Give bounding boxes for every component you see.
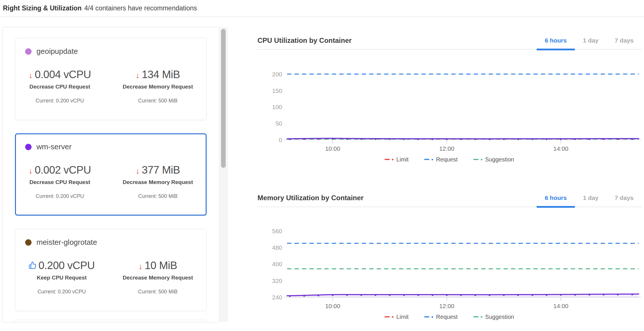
limit-swatch-icon [384,316,393,318]
memory-current-value: Current: 500 MiB [138,98,178,104]
tab-7-days[interactable]: 7 days [607,194,642,208]
data-point-marker [574,138,576,140]
y-axis-label: 480 [272,244,282,251]
data-point-marker [360,294,362,296]
y-axis-label: 100 [272,104,282,110]
y-axis-label: 560 [272,228,282,234]
data-point-marker [332,138,334,139]
tab-1-day[interactable]: 1 day [575,37,607,50]
data-point-marker [503,294,505,296]
legend-item-limit: Limit [384,156,409,163]
data-point-marker [617,138,619,140]
legend-label: Suggestion [485,314,514,320]
data-point-marker [546,294,547,296]
tab-7-days[interactable]: 7 days [607,37,642,50]
memory-recommended-value: 134 MiB [142,69,180,81]
recommendation-metrics: 0.200 vCPUKeep CPU RequestCurrent: 0.200… [25,260,196,295]
tab-1-day[interactable]: 1 day [575,194,607,208]
cpu-chart-title: CPU Utilization by Container [257,36,352,45]
data-point-marker [531,294,533,296]
data-point-marker [289,138,291,140]
data-point-marker [489,294,490,296]
container-list-panel: geoipupdate↓0.004 vCPUDecrease CPU Reque… [2,27,219,322]
memory-action-label: Decrease Memory Request [123,84,193,90]
memory-current-value: Current: 500 MiB [138,289,178,295]
data-point-marker [603,294,605,295]
cpu-time-range-tabs: 6 hours1 day7 days [537,37,642,49]
container-name: meister-glogrotate [36,238,97,247]
data-point-marker [517,138,519,140]
page-title: Right Sizing & Utilization [3,4,82,12]
data-point-marker [631,294,633,295]
tab-6-hours[interactable]: 6 hours [537,37,575,50]
cpu-current-value: Current: 0.200 vCPU [36,193,84,199]
container-card-wm-server[interactable]: wm-server↓0.002 vCPUDecrease CPU Request… [15,133,207,216]
legend-item-limit: Limit [384,314,409,320]
thumbs-up-icon [29,261,36,269]
data-point-marker [617,294,619,295]
request-swatch-icon [424,159,433,160]
suggestion-swatch-icon [473,159,482,160]
memory-value-row: ↓134 MiB [136,69,180,81]
container-card-meister-glogrotate[interactable]: meister-glogrotate0.200 vCPUKeep CPU Req… [15,229,207,311]
container-name-row: geoipupdate [25,47,196,56]
legend-item-request: Request [424,156,458,163]
container-card-geoipupdate[interactable]: geoipupdate↓0.004 vCPUDecrease CPU Reque… [15,38,207,120]
memory-value-row: ↓10 MiB [139,260,177,272]
x-axis-label: 12:00 [439,303,454,309]
y-axis-label: 0 [279,137,282,143]
legend-label: Request [436,156,458,163]
data-point-marker [303,295,305,297]
cpu-action-label: Keep CPU Request [37,275,87,281]
memory-action-label: Decrease Memory Request [123,179,193,185]
data-point-marker [588,138,590,140]
memory-recommendation: ↓377 MiBDecrease Memory RequestCurrent: … [123,164,193,199]
x-axis-label: 10:00 [325,145,340,152]
data-point-marker [403,294,405,296]
data-point-marker [346,138,348,140]
memory-recommendation: ↓10 MiBDecrease Memory RequestCurrent: 5… [123,260,193,295]
sidebar-scrollbar-thumb[interactable] [221,29,226,168]
data-point-marker [588,294,590,295]
memory-chart-legend: LimitRequestSuggestion [257,312,642,321]
data-point-marker [474,294,476,296]
legend-label: Request [436,314,458,320]
charts-column: CPU Utilization by Container 6 hours1 da… [257,28,642,321]
container-name: geoipupdate [36,47,78,56]
data-point-marker [474,138,476,140]
x-axis-label: 10:00 [325,303,340,309]
data-point-marker [603,138,605,140]
memory-chart-header: Memory Utilization by Container 6 hours1… [257,185,642,207]
cpu-current-value: Current: 0.200 vCPU [38,289,86,295]
data-point-marker [460,294,462,296]
data-point-marker [318,295,319,296]
container-color-dot [25,48,32,55]
memory-recommended-value: 10 MiB [145,260,177,272]
data-point-marker [389,294,391,296]
cpu-action-label: Decrease CPU Request [30,179,90,185]
decrease-arrow-icon: ↓ [29,71,33,80]
decrease-arrow-icon: ↓ [29,167,33,175]
page-header: Right Sizing & Utilization 4/4 container… [3,0,197,16]
recommendation-metrics: ↓0.002 vCPUDecrease CPU RequestCurrent: … [25,164,196,199]
memory-recommendation: ↓134 MiBDecrease Memory RequestCurrent: … [123,69,193,104]
cpu-action-label: Decrease CPU Request [30,84,90,90]
container-card-partial[interactable] [15,320,207,322]
y-axis-label: 400 [272,261,282,267]
container-name-row: wm-server [25,142,196,151]
sidebar-scrollbar-track[interactable] [219,27,228,322]
data-point-marker [346,294,348,296]
recommendation-metrics: ↓0.004 vCPUDecrease CPU RequestCurrent: … [25,69,196,104]
data-point-marker [375,138,376,140]
header-divider [0,16,644,17]
data-point-marker [446,138,448,140]
decrease-arrow-icon: ↓ [136,167,140,175]
y-axis-label: 50 [275,120,282,127]
container-name-row: meister-glogrotate [25,238,196,247]
tab-6-hours[interactable]: 6 hours [537,194,575,208]
data-point-marker [432,138,433,140]
legend-label: Limit [396,314,409,320]
legend-item-suggestion: Suggestion [473,314,514,320]
container-name: wm-server [36,142,71,151]
request-swatch-icon [424,316,433,318]
